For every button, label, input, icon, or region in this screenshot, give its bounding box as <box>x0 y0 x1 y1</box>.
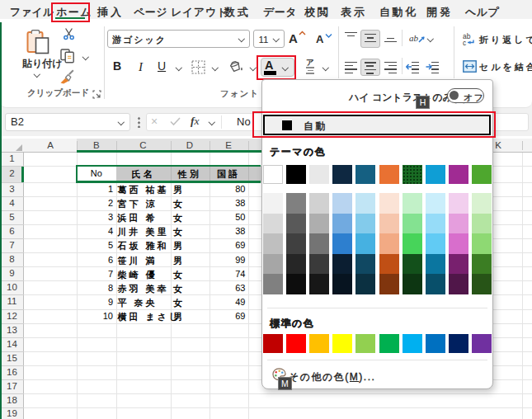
svg-text:ab: ab <box>409 33 419 43</box>
